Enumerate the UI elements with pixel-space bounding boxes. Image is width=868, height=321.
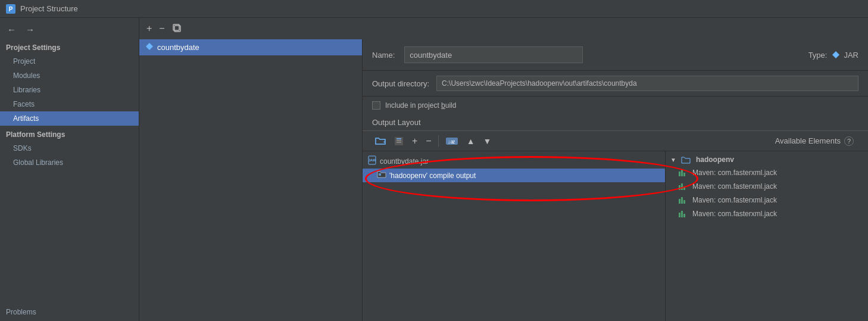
- output-move-down-button[interactable]: ▼: [480, 135, 495, 148]
- file-tree-panel: JAR countbydate.jar: [363, 151, 666, 321]
- include-label: Include in project build: [385, 101, 456, 110]
- hadoopenv-label: hadoopenv: [696, 155, 734, 164]
- title-bar: P Project Structure: [0, 0, 868, 18]
- available-item-maven-0[interactable]: Maven: com.fasterxml.jack: [666, 166, 868, 180]
- nav-forward-button[interactable]: →: [23, 24, 37, 35]
- svg-rect-7: [395, 137, 403, 145]
- sidebar-item-sdks[interactable]: SDKs: [0, 141, 139, 155]
- name-label: Name:: [372, 51, 395, 60]
- include-checkbox[interactable]: [372, 101, 380, 110]
- type-text: JAR: [844, 51, 858, 60]
- jar-file-icon: JAR: [367, 155, 377, 167]
- output-extract-button[interactable]: [391, 135, 407, 148]
- tree-item-jar[interactable]: JAR countbydate.jar: [363, 154, 665, 169]
- svg-marker-4: [146, 43, 153, 50]
- maven-bar-icon-1: [679, 182, 687, 192]
- nav-back-button[interactable]: ←: [5, 24, 18, 35]
- available-panel: ▼ hadoopenv: [666, 151, 868, 321]
- maven-item-name-0: Maven: com.fasterxml.jack: [692, 169, 777, 177]
- app-icon: P: [6, 4, 15, 14]
- compile-output-item-name: 'hadoopenv' compile output: [389, 172, 476, 180]
- available-elements-help-icon[interactable]: ?: [844, 136, 854, 146]
- name-type-row: Name: Type: JAR: [363, 39, 868, 71]
- maven-item-name-2: Maven: com.fasterxml.jack: [692, 196, 777, 204]
- maven-item-name-1: Maven: com.fasterxml.jack: [692, 182, 777, 191]
- main-layout: ← → Project Settings Project Modules Lib…: [0, 18, 868, 321]
- output-sort-button[interactable]: ↓a z: [442, 135, 461, 148]
- tree-item-compile-output[interactable]: 'hadoopenv' compile output: [363, 169, 665, 182]
- project-settings-header: Project Settings: [0, 39, 139, 54]
- output-add-folder-button[interactable]: +: [372, 135, 389, 148]
- artifact-list-item[interactable]: countbydate: [139, 39, 362, 55]
- content-wrapper: + − countbydate: [139, 18, 868, 321]
- output-move-up-button[interactable]: ▲: [464, 135, 478, 148]
- split-layout: JAR countbydate.jar: [363, 151, 868, 321]
- svg-text:P: P: [9, 6, 13, 13]
- type-section: Type: JAR: [808, 51, 858, 60]
- include-row: Include in project build: [363, 96, 868, 114]
- sidebar-item-modules[interactable]: Modules: [0, 68, 139, 83]
- copy-artifact-button[interactable]: [170, 22, 184, 35]
- maven-bar-icon-0: [679, 168, 687, 178]
- available-item-maven-3[interactable]: Maven: com.fasterxml.jack: [666, 207, 868, 221]
- svg-text:JAR: JAR: [369, 158, 376, 162]
- svg-marker-5: [832, 51, 839, 58]
- add-artifact-button[interactable]: +: [144, 23, 154, 35]
- available-item-maven-1[interactable]: Maven: com.fasterxml.jack: [666, 180, 868, 194]
- maven-item-name-3: Maven: com.fasterxml.jack: [692, 210, 777, 218]
- sidebar-problems[interactable]: Problems: [0, 303, 139, 321]
- sidebar-item-global-libraries[interactable]: Global Libraries: [0, 155, 139, 170]
- output-dir-label: Output directory:: [372, 79, 429, 88]
- output-remove-button[interactable]: −: [423, 134, 434, 148]
- type-value: JAR: [832, 51, 858, 60]
- available-section-hadoopenv[interactable]: ▼ hadoopenv: [666, 154, 868, 166]
- maven-bar-icon-2: [679, 195, 687, 205]
- output-dir-input[interactable]: [436, 76, 858, 91]
- title-bar-text: Project Structure: [20, 4, 78, 13]
- svg-text:+: +: [383, 139, 386, 145]
- output-add-button[interactable]: +: [409, 134, 420, 148]
- type-label: Type:: [808, 51, 828, 60]
- toolbar-separator: [438, 135, 439, 147]
- sidebar-item-facets[interactable]: Facets: [0, 97, 139, 111]
- output-dir-row: Output directory:: [363, 71, 868, 96]
- artifact-diamond-icon: [145, 42, 154, 52]
- svg-text:z: z: [452, 139, 455, 145]
- output-layout-toolbar: + + −: [363, 131, 868, 151]
- compile-output-folder-icon: [377, 170, 386, 180]
- platform-settings-header: Platform Settings: [0, 126, 139, 141]
- sidebar-item-project[interactable]: Project: [0, 54, 139, 68]
- remove-artifact-button[interactable]: −: [157, 23, 167, 35]
- sidebar: ← → Project Settings Project Modules Lib…: [0, 18, 139, 321]
- svg-rect-16: [379, 173, 381, 176]
- available-elements-label: Available Elements: [775, 136, 841, 145]
- artifact-toolbar: + −: [139, 18, 868, 39]
- maven-bar-icon-3: [679, 209, 687, 219]
- sidebar-item-artifacts[interactable]: Artifacts: [0, 111, 139, 126]
- hadoopenv-folder-icon: [681, 155, 693, 164]
- output-layout-header: Output Layout: [363, 114, 868, 131]
- name-input[interactable]: [404, 46, 583, 63]
- sidebar-item-libraries[interactable]: Libraries: [0, 83, 139, 97]
- expand-arrow-icon: ▼: [670, 157, 676, 163]
- jar-item-name: countbydate.jar: [380, 157, 429, 166]
- available-item-maven-2[interactable]: Maven: com.fasterxml.jack: [666, 194, 868, 207]
- artifact-name: countbydate: [157, 43, 199, 52]
